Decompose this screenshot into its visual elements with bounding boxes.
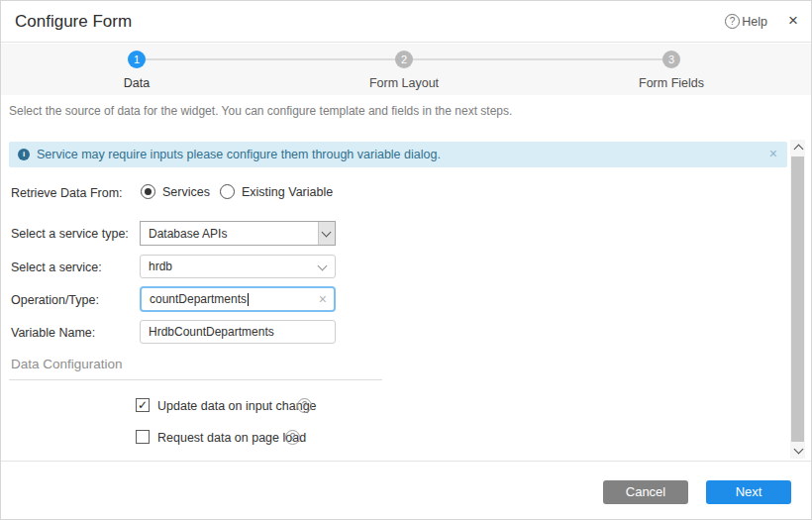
variable-name-input[interactable]: HrdbCountDepartments [140,320,336,344]
step-2-label: Form Layout [369,76,439,90]
existing-variable-radio[interactable] [220,184,235,199]
close-icon[interactable]: × [788,1,798,41]
request-data-checkbox-label[interactable]: Request data on page load [157,431,306,445]
help-icon[interactable]: ? [725,14,740,29]
variable-name-value: HrdbCountDepartments [149,321,274,343]
step-3-circle: 3 [662,51,680,68]
chevron-down-icon [322,228,332,238]
cancel-button[interactable]: Cancel [603,480,688,504]
variable-name-label: Variable Name: [11,326,95,340]
dialog-header: Configure Form ? Help × [1,1,811,43]
service-select[interactable]: hrdb [140,255,336,278]
banner-close-icon[interactable]: × [769,142,777,166]
next-button[interactable]: Next [706,480,791,504]
retrieve-data-from-label: Retrieve Data From: [11,186,123,200]
operation-type-input[interactable]: countDepartments × [140,286,336,312]
service-type-select[interactable]: Database APIs [140,221,336,246]
services-radio[interactable] [141,184,155,199]
wizard-stepper: 1 Data 2 Form Layout 3 Form Fields [1,44,811,95]
clear-input-icon[interactable]: × [319,288,327,311]
configure-form-dialog: Configure Form ? Help × 1 Data 2 Form La… [0,0,812,520]
chevron-down-icon [318,261,328,271]
help-tooltip-icon[interactable]: ? [297,398,312,413]
services-radio-label[interactable]: Services [162,185,210,199]
info-icon: i [18,149,30,160]
service-type-value: Database APIs [149,222,227,245]
footer-divider [1,461,812,462]
help-link[interactable]: Help [742,1,767,43]
scroll-down-icon[interactable] [790,443,805,459]
service-type-dropdown-button[interactable] [318,222,335,245]
info-banner: i Service may require inputs please conf… [9,142,787,167]
section-divider [9,379,382,380]
request-data-checkbox-row: Request data on page load ? [136,430,393,446]
service-value: hrdb [149,256,172,277]
page-description: Select the source of data for the widget… [9,104,512,118]
update-data-checkbox[interactable]: ✓ [136,398,150,412]
operation-type-value: countDepartments [150,292,247,306]
dialog-title: Configure Form [15,1,132,42]
update-data-checkbox-label[interactable]: Update data on input change [157,399,317,413]
existing-variable-radio-label[interactable]: Existing Variable [242,185,333,199]
step-1-label: Data [124,76,150,90]
info-banner-text: Service may require inputs please config… [37,142,441,167]
scrollbar-thumb[interactable] [791,156,804,442]
help-tooltip-icon[interactable]: ? [285,430,300,445]
step-3-label: Form Fields [639,76,704,90]
step-2-circle: 2 [395,51,413,68]
vertical-scrollbar[interactable] [790,140,805,459]
text-caret [248,293,249,306]
request-data-checkbox[interactable] [136,430,150,444]
operation-type-label: Operation/Type: [11,293,99,307]
service-type-label: Select a service type: [11,227,129,241]
data-configuration-heading: Data Configuration [11,357,123,371]
scroll-up-icon[interactable] [790,140,805,156]
step-1-circle: 1 [128,51,146,68]
update-data-checkbox-row: ✓ Update data on input change ? [136,398,393,414]
service-label: Select a service: [11,260,102,274]
